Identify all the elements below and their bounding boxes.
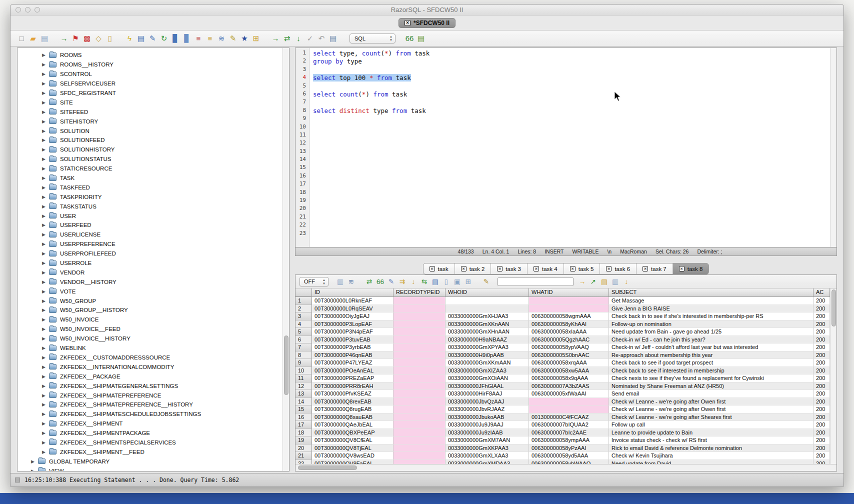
cell-rownum[interactable]: 17 (296, 421, 312, 429)
column-header-whatid[interactable]: WHATID (529, 288, 609, 296)
disclosure-triangle-icon[interactable]: ▶ (42, 147, 49, 152)
cell-subject[interactable]: Follow-up on nomination (609, 320, 814, 328)
cell-rownum[interactable]: 2 (296, 305, 312, 313)
tree-item[interactable]: ▶W50_INVOICE__FEED (18, 324, 289, 334)
sql-book-icon[interactable]: ▊ (170, 34, 180, 44)
disclosure-triangle-icon[interactable]: ▶ (42, 156, 49, 162)
cell-rownum[interactable]: 16 (296, 414, 312, 422)
tree-item[interactable]: ▶USER (18, 211, 289, 220)
close-document-icon[interactable]: ✕ (404, 20, 410, 26)
disclosure-triangle-icon[interactable]: ▶ (42, 176, 49, 180)
disclosure-triangle-icon[interactable]: ▶ (42, 289, 49, 294)
disconnect-db-icon[interactable]: ⚑ (70, 34, 80, 44)
cell-whatid[interactable]: 00630000005xfWaAAI (529, 390, 609, 398)
table-row[interactable]: 700T3000000P3yrbEAB0033000000GmXPYAA3006… (296, 344, 830, 352)
table-row[interactable]: 1500T3000000Q8rugEAB0033000000JbvRJAAZCh… (296, 406, 830, 414)
tree-item[interactable]: ▶ROOMS (18, 50, 289, 60)
favorites-star-icon[interactable]: ★ (240, 34, 250, 44)
cell-subject[interactable]: Check w/ Leanne - we're going after Owen… (609, 398, 814, 406)
cell-whatid[interactable]: 006300000058yKhAAI (529, 320, 609, 328)
cell-rownum[interactable]: 21 (296, 452, 312, 460)
execute-lightning-icon[interactable]: ϟ (124, 34, 134, 44)
tree-item[interactable]: ▶SCONTROL (18, 70, 289, 79)
result-tab[interactable]: ✕task 7 (636, 264, 673, 274)
table-row[interactable]: 1200T3000000PRR8rEAH0033000000JFhGlAAL00… (296, 382, 830, 390)
download-icon[interactable]: ↓ (622, 277, 631, 286)
column-header-whoid[interactable]: WHOID (446, 288, 529, 296)
disclosure-triangle-icon[interactable]: ▶ (42, 222, 49, 228)
refresh-results-icon[interactable]: ⇄ (364, 277, 374, 286)
tree-item[interactable]: ▶ZKFEDEX__SHIPMATEPREFERENCE__HISTORY (18, 400, 289, 410)
cell-recordtypeid[interactable] (394, 367, 446, 375)
cell-whoid[interactable]: 0033000000HirF8AAJ (446, 390, 529, 398)
describe-panel-icon[interactable]: ▤ (430, 277, 440, 286)
tree-item[interactable]: ▶ZKFEDEX__INTERNATIONALCOMMODITY (18, 362, 289, 372)
cell-ac[interactable]: 200 (814, 421, 830, 429)
disclosure-triangle-icon[interactable]: ▶ (42, 110, 49, 114)
rollback-arrow-icon[interactable]: ↶ (316, 34, 326, 44)
cell-subject[interactable]: Need update from David (609, 460, 814, 464)
cell-recordtypeid[interactable] (394, 406, 446, 414)
close-tab-icon[interactable]: ✕ (679, 266, 684, 272)
cell-recordtypeid[interactable] (394, 352, 446, 360)
cell-recordtypeid[interactable] (394, 382, 446, 390)
cell-ac[interactable]: 200 (814, 344, 830, 352)
cell-ac[interactable]: 200 (814, 444, 830, 452)
cell-ac[interactable]: 200 (814, 305, 830, 313)
tree-item[interactable]: ▶GLOBAL TEMPORARY (18, 456, 289, 466)
disclosure-triangle-icon[interactable]: ▶ (42, 232, 49, 237)
cell-id[interactable]: 00T3000000QAeJbEAL (312, 421, 394, 429)
cell-rownum[interactable]: 8 (296, 352, 312, 360)
tree-scrollbar-thumb[interactable] (284, 336, 288, 394)
cell-whoid[interactable]: 0033000000GmXLXAA3 (446, 452, 529, 460)
disclosure-triangle-icon[interactable]: ▶ (42, 72, 49, 76)
document-tab[interactable]: ✕ *SFDCW50 II (398, 18, 456, 28)
connect-db-icon[interactable]: → (59, 34, 69, 44)
cell-id[interactable]: 00T3000000Q8sauEAB (312, 414, 394, 422)
cell-rownum[interactable]: 3 (296, 312, 312, 320)
disclosure-triangle-icon[interactable]: ▶ (42, 364, 49, 370)
tree-item[interactable]: ▶USERROLE (18, 258, 289, 268)
describe-table-icon[interactable]: ▤ (136, 34, 146, 44)
cell-rownum[interactable]: 10 (296, 367, 312, 375)
cell-rownum[interactable]: 14 (296, 398, 312, 406)
execute-arrow-icon[interactable]: → (270, 34, 280, 44)
cell-whoid[interactable]: 0033000000GmXKPAA3 (446, 444, 529, 452)
cell-whatid[interactable]: 006300000058yhWAAQ (529, 460, 609, 464)
cell-subject[interactable]: Invoice status check - check w/ RS first (609, 436, 814, 444)
cell-ac[interactable]: 200 (814, 406, 830, 414)
cell-subject[interactable]: Check back to see if interested in membe… (609, 367, 814, 375)
cell-rownum[interactable]: 19 (296, 436, 312, 444)
disclosure-triangle-icon[interactable]: ▶ (42, 128, 49, 134)
result-tab[interactable]: ✕task 3 (491, 264, 528, 274)
tree-item[interactable]: ▶SOLUTIONHISTORY (18, 145, 289, 154)
report-icon[interactable]: ▤ (600, 277, 609, 286)
column-header-recordtypeid[interactable]: RECORDTYPEID (394, 288, 446, 296)
table-row[interactable]: 300T3000000OiyJgEAJ0033000000GmXHJAA3006… (296, 312, 830, 320)
cell-rownum[interactable]: 1 (296, 297, 312, 305)
cell-ac[interactable]: 200 (814, 414, 830, 422)
cell-id[interactable]: 00T3000000POeAnEAL (312, 367, 394, 375)
cell-whatid[interactable] (529, 398, 609, 406)
editor-scrollbar[interactable] (830, 48, 836, 247)
cell-id[interactable]: 00T3000000PRR8rEAH (312, 382, 394, 390)
edit-pencil-icon[interactable]: ✎ (386, 277, 396, 286)
cell-whatid[interactable]: 006300000058xw5AAA (529, 367, 609, 375)
refresh-connection-icon[interactable]: ↻ (159, 34, 169, 44)
close-tab-icon[interactable]: ✕ (570, 266, 576, 272)
cell-rownum[interactable]: 4 (296, 320, 312, 328)
cell-id[interactable]: 00T3000000QV8wsEAD (312, 452, 394, 460)
table-row[interactable]: 2100T3000000QV8wsEAD0033000000GmXLXAA300… (296, 452, 830, 460)
cell-ac[interactable]: 200 (814, 359, 830, 367)
cell-id[interactable]: 00T3000000QV8TjEAL (312, 444, 394, 452)
disclosure-triangle-icon[interactable]: ▶ (31, 468, 38, 472)
cell-id[interactable]: 00T3000000L0RknEAF (312, 297, 394, 305)
document-icon[interactable]: ▯ (442, 277, 451, 286)
results-vertical-scrollbar[interactable] (830, 288, 836, 464)
tree-item[interactable]: ▶VENDOR (18, 268, 289, 277)
tree-item[interactable]: ▶SELFSERVICEUSER (18, 79, 289, 88)
disclosure-triangle-icon[interactable]: ▶ (42, 317, 49, 322)
cell-rownum[interactable]: 11 (296, 374, 312, 382)
tree-item[interactable]: ▶W50_GROUP__HISTORY (18, 306, 289, 315)
result-tab[interactable]: ✕task 4 (528, 264, 564, 274)
